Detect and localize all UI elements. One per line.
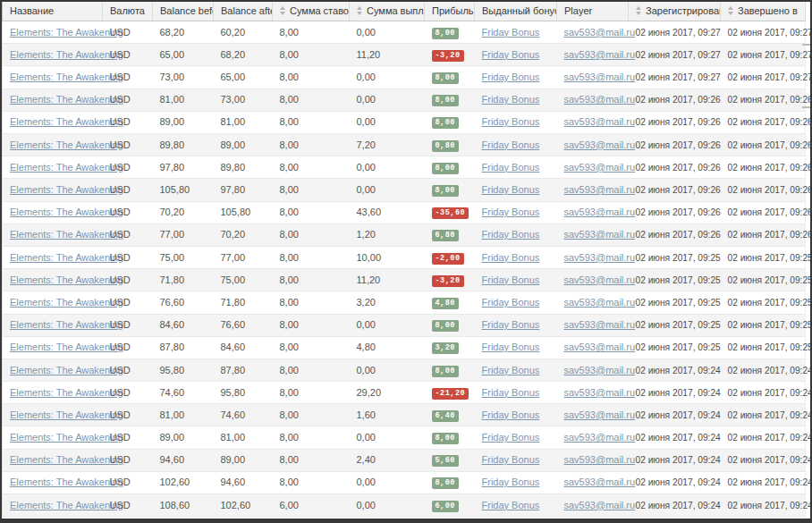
- profit-badge: 5,60: [432, 455, 459, 467]
- player-link[interactable]: sav593@mail.ru: [564, 409, 636, 420]
- game-link[interactable]: Elements: The Awakening: [10, 184, 123, 195]
- game-link[interactable]: Elements: The Awakening: [10, 94, 123, 105]
- bonus-link[interactable]: Friday Bonus: [482, 72, 540, 82]
- profit-badge: 8,00: [432, 477, 459, 489]
- cell-player: sav593@mail.ru: [557, 494, 629, 517]
- game-link[interactable]: Elements: The Awakening: [10, 162, 123, 173]
- game-link[interactable]: Elements: The Awakening: [10, 500, 123, 510]
- player-link[interactable]: sav593@mail.ru: [564, 297, 636, 308]
- game-link[interactable]: Elements: The Awakening: [10, 409, 123, 420]
- cell-completed: 02 июня 2017, 09:24: [721, 426, 806, 449]
- cell-completed: 02 июня 2017, 09:26: [721, 89, 806, 111]
- player-link[interactable]: sav593@mail.ru: [564, 432, 636, 443]
- cell-balance-after: 81,00: [214, 426, 273, 449]
- game-link[interactable]: Elements: The Awakening: [10, 297, 123, 308]
- cell-bet-sum: 8,00: [273, 21, 350, 44]
- game-link[interactable]: Elements: The Awakening: [10, 252, 123, 263]
- bonus-link[interactable]: Friday Bonus: [482, 229, 540, 240]
- column-header-completed[interactable]: Завершено в: [721, 2, 806, 21]
- cell-bonus: Friday Bonus: [475, 291, 557, 314]
- game-link[interactable]: Elements: The Awakening: [10, 274, 123, 285]
- cell-bonus: Friday Bonus: [475, 359, 557, 381]
- bonus-link[interactable]: Friday Bonus: [482, 454, 540, 465]
- game-link[interactable]: Elements: The Awakening: [10, 454, 123, 465]
- game-link[interactable]: Elements: The Awakening: [10, 27, 123, 38]
- bonus-link[interactable]: Friday Bonus: [482, 27, 540, 38]
- bonus-link[interactable]: Friday Bonus: [482, 49, 540, 60]
- bonus-link[interactable]: Friday Bonus: [482, 319, 540, 330]
- cell-player: sav593@mail.ru: [557, 21, 629, 44]
- bonus-link[interactable]: Friday Bonus: [482, 432, 540, 443]
- game-link[interactable]: Elements: The Awakening: [10, 365, 123, 375]
- player-link[interactable]: sav593@mail.ru: [564, 94, 636, 105]
- player-link[interactable]: sav593@mail.ru: [564, 162, 636, 173]
- bonus-link[interactable]: Friday Bonus: [482, 139, 540, 150]
- game-link[interactable]: Elements: The Awakening: [10, 72, 123, 82]
- player-link[interactable]: sav593@mail.ru: [564, 229, 636, 240]
- column-label: Прибыль: [432, 5, 474, 16]
- cell-registered: 02 июня 2017, 09:24: [629, 426, 721, 449]
- cell-bonus: Friday Bonus: [475, 156, 557, 179]
- bonus-link[interactable]: Friday Bonus: [482, 184, 540, 195]
- player-link[interactable]: sav593@mail.ru: [564, 49, 636, 60]
- player-link[interactable]: sav593@mail.ru: [564, 477, 636, 487]
- game-link[interactable]: Elements: The Awakening: [10, 477, 123, 487]
- player-link[interactable]: sav593@mail.ru: [564, 72, 636, 82]
- bonus-link[interactable]: Friday Bonus: [482, 207, 540, 217]
- game-link[interactable]: Elements: The Awakening: [10, 49, 123, 60]
- cell-player: sav593@mail.ru: [557, 66, 629, 89]
- table-row: Elements: The AwakeningUSD89,0081,008,00…: [3, 426, 806, 449]
- cell-game-name: Elements: The Awakening: [3, 269, 103, 291]
- column-header-payout_sum[interactable]: Сумма выплат: [350, 2, 425, 21]
- game-link[interactable]: Elements: The Awakening: [10, 229, 123, 240]
- cell-balance-after: 108,60: [214, 517, 273, 523]
- bonus-link[interactable]: Friday Bonus: [482, 409, 540, 420]
- player-link[interactable]: sav593@mail.ru: [564, 27, 636, 38]
- player-link[interactable]: sav593@mail.ru: [564, 319, 636, 330]
- bonus-link[interactable]: Friday Bonus: [482, 365, 540, 375]
- cell-currency: USD: [103, 269, 153, 291]
- column-header-bet_sum[interactable]: Сумма ставок: [273, 2, 350, 21]
- player-link[interactable]: sav593@mail.ru: [564, 184, 636, 195]
- game-link[interactable]: Elements: The Awakening: [10, 116, 123, 127]
- bonus-link[interactable]: Friday Bonus: [482, 477, 540, 487]
- bonus-link[interactable]: Friday Bonus: [482, 500, 540, 510]
- bonus-link[interactable]: Friday Bonus: [482, 387, 540, 398]
- game-link[interactable]: Elements: The Awakening: [10, 139, 123, 150]
- cell-bonus: Friday Bonus: [475, 426, 557, 449]
- player-link[interactable]: sav593@mail.ru: [564, 387, 636, 398]
- cell-balance-after: 68,20: [214, 44, 273, 66]
- bonus-link[interactable]: Friday Bonus: [482, 274, 540, 285]
- game-link[interactable]: Elements: The Awakening: [10, 207, 123, 217]
- player-link[interactable]: sav593@mail.ru: [564, 139, 636, 150]
- column-label: Название: [10, 5, 54, 16]
- cell-balance-after: 89,00: [214, 134, 273, 156]
- game-link[interactable]: Elements: The Awakening: [10, 432, 123, 443]
- player-link[interactable]: sav593@mail.ru: [564, 365, 636, 375]
- cell-registered: 02 июня 2017, 09:24: [629, 494, 721, 517]
- game-link[interactable]: Elements: The Awakening: [10, 319, 123, 330]
- bonus-link[interactable]: Friday Bonus: [482, 116, 540, 127]
- player-link[interactable]: sav593@mail.ru: [564, 116, 636, 127]
- column-header-registered[interactable]: Зарегистрирован: [629, 2, 721, 21]
- player-link[interactable]: sav593@mail.ru: [564, 274, 636, 285]
- cell-bet-sum: 8,00: [273, 111, 350, 133]
- player-link[interactable]: sav593@mail.ru: [564, 342, 636, 352]
- cell-balance-before: 87,80: [153, 336, 214, 359]
- player-link[interactable]: sav593@mail.ru: [564, 454, 636, 465]
- cell-bet-sum: 8,00: [273, 336, 350, 359]
- bonus-link[interactable]: Friday Bonus: [482, 162, 540, 173]
- cell-balance-after: 97,80: [214, 179, 273, 201]
- player-link[interactable]: sav593@mail.ru: [564, 207, 636, 217]
- game-link[interactable]: Elements: The Awakening: [10, 387, 123, 398]
- player-link[interactable]: sav593@mail.ru: [564, 252, 636, 263]
- bonus-link[interactable]: Friday Bonus: [482, 297, 540, 308]
- cell-balance-after: 89,80: [214, 156, 273, 179]
- bonus-link[interactable]: Friday Bonus: [482, 252, 540, 263]
- game-link[interactable]: Elements: The Awakening: [10, 342, 123, 352]
- cell-payout-sum: 7,20: [350, 134, 425, 156]
- bonus-link[interactable]: Friday Bonus: [482, 94, 540, 105]
- bonus-link[interactable]: Friday Bonus: [482, 342, 540, 352]
- cell-registered: 02 июня 2017, 09:25: [629, 291, 721, 314]
- player-link[interactable]: sav593@mail.ru: [564, 500, 636, 510]
